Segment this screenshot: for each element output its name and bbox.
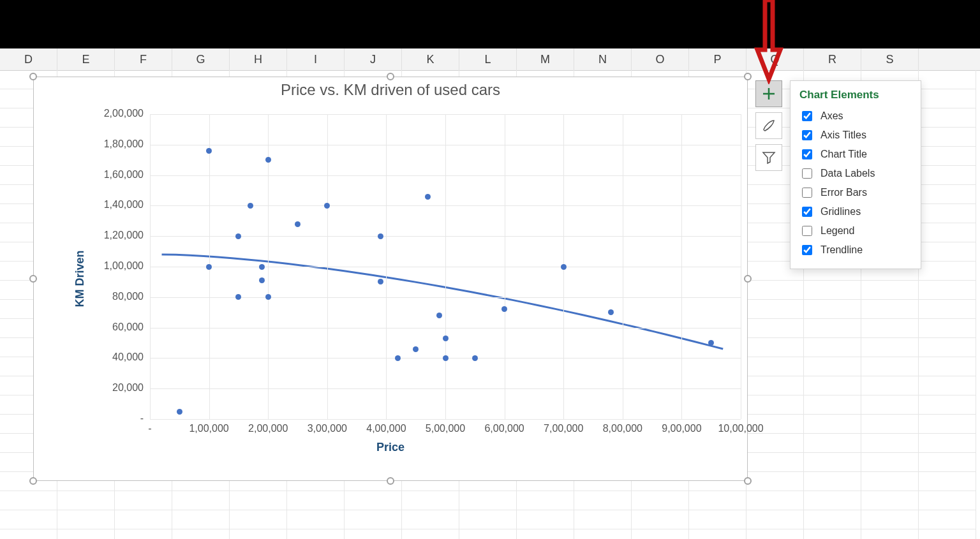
chart-elements-item-legend[interactable]: Legend bbox=[799, 221, 912, 240]
x-tick-label: 4,00,000 bbox=[354, 423, 418, 434]
column-header-S[interactable]: S bbox=[861, 48, 919, 70]
chart-elements-item-trendline[interactable]: Trendline bbox=[799, 240, 912, 260]
chart-elements-item-axis-titles[interactable]: Axis Titles bbox=[799, 126, 912, 145]
chart-elements-button[interactable] bbox=[755, 80, 782, 107]
chart-elements-item-label: Data Labels bbox=[820, 168, 875, 179]
data-point[interactable] bbox=[295, 221, 301, 227]
chart-elements-item-gridlines[interactable]: Gridlines bbox=[799, 202, 912, 221]
embedded-chart[interactable]: Price vs. KM driven of used cars KM Driv… bbox=[33, 77, 748, 481]
brush-icon bbox=[761, 118, 776, 133]
chart-elements-item-label: Error Bars bbox=[820, 187, 867, 198]
y-tick-label: 80,000 bbox=[67, 291, 144, 302]
data-point[interactable] bbox=[413, 346, 419, 352]
column-header-N[interactable]: N bbox=[574, 48, 632, 70]
data-point[interactable] bbox=[472, 355, 478, 361]
chart-elements-checkbox[interactable] bbox=[802, 149, 812, 159]
column-header-R[interactable]: R bbox=[804, 48, 861, 70]
chart-elements-checkbox[interactable] bbox=[802, 188, 812, 198]
x-tick-label: 8,00,000 bbox=[591, 423, 655, 434]
funnel-icon bbox=[762, 151, 776, 165]
y-tick-label: 1,00,000 bbox=[67, 260, 144, 272]
selection-handle-w[interactable] bbox=[29, 275, 37, 283]
data-point[interactable] bbox=[206, 148, 212, 154]
plus-icon bbox=[762, 87, 776, 101]
chart-elements-flyout: Chart Elements AxesAxis TitlesChart Titl… bbox=[790, 80, 921, 269]
x-tick-label: 2,00,000 bbox=[236, 423, 300, 434]
selection-handle-se[interactable] bbox=[744, 477, 752, 485]
column-header-L[interactable]: L bbox=[459, 48, 517, 70]
chart-elements-item-error-bars[interactable]: Error Bars bbox=[799, 183, 912, 202]
chart-elements-checkbox[interactable] bbox=[802, 130, 812, 140]
chart-elements-item-axes[interactable]: Axes bbox=[799, 107, 912, 126]
x-tick-label: 10,00,000 bbox=[709, 423, 773, 434]
selection-handle-ne[interactable] bbox=[744, 73, 752, 80]
plot-area[interactable] bbox=[150, 114, 741, 419]
data-point[interactable] bbox=[378, 279, 383, 284]
column-header-J[interactable]: J bbox=[345, 48, 402, 70]
y-tick-label: 2,00,000 bbox=[67, 108, 144, 119]
selection-handle-s[interactable] bbox=[387, 477, 394, 485]
chart-title[interactable]: Price vs. KM driven of used cars bbox=[34, 81, 747, 99]
x-tick-label: 9,00,000 bbox=[650, 423, 713, 434]
chart-filters-button[interactable] bbox=[755, 144, 782, 171]
column-header-H[interactable]: H bbox=[230, 48, 287, 70]
x-tick-label: 5,00,000 bbox=[413, 423, 477, 434]
column-header-P[interactable]: P bbox=[689, 48, 746, 70]
column-header-M[interactable]: M bbox=[517, 48, 574, 70]
x-tick-label: 6,00,000 bbox=[473, 423, 537, 434]
chart-elements-item-label: Trendline bbox=[820, 244, 863, 256]
x-tick-label: 3,00,000 bbox=[295, 423, 359, 434]
chart-elements-checkbox[interactable] bbox=[802, 245, 812, 255]
column-header-I[interactable]: I bbox=[287, 48, 345, 70]
y-tick-label: 60,000 bbox=[67, 321, 144, 333]
chart-elements-item-label: Chart Title bbox=[820, 149, 867, 160]
data-point[interactable] bbox=[443, 355, 449, 361]
top-black-bar bbox=[0, 0, 980, 48]
selection-handle-nw[interactable] bbox=[29, 73, 37, 80]
y-tick-label: 1,60,000 bbox=[67, 169, 144, 181]
data-point[interactable] bbox=[177, 409, 182, 415]
y-tick-label: 40,000 bbox=[67, 351, 144, 363]
column-header-O[interactable]: O bbox=[632, 48, 689, 70]
chart-elements-item-label: Legend bbox=[820, 225, 854, 237]
x-axis-title[interactable]: Price bbox=[34, 441, 747, 454]
data-point[interactable] bbox=[265, 157, 271, 163]
chart-elements-checkbox[interactable] bbox=[802, 226, 812, 236]
column-header-G[interactable]: G bbox=[172, 48, 230, 70]
screenshot-canvas: { "columns":["D","E","F","G","H","I","J"… bbox=[0, 0, 980, 539]
chart-elements-flyout-title: Chart Elements bbox=[799, 89, 912, 101]
data-point[interactable] bbox=[443, 336, 449, 341]
data-point[interactable] bbox=[265, 294, 271, 300]
data-point[interactable] bbox=[248, 203, 253, 209]
column-header-Q[interactable]: Q bbox=[746, 48, 804, 70]
x-tick-label: - bbox=[118, 423, 182, 434]
column-header-K[interactable]: K bbox=[402, 48, 459, 70]
chart-elements-item-label: Gridlines bbox=[820, 206, 861, 218]
column-header-F[interactable]: F bbox=[115, 48, 172, 70]
chart-elements-item-label: Axes bbox=[820, 110, 843, 122]
data-point[interactable] bbox=[425, 194, 431, 200]
chart-elements-item-chart-title[interactable]: Chart Title bbox=[799, 145, 912, 164]
chart-elements-checkbox[interactable] bbox=[802, 111, 812, 121]
y-tick-label: 1,40,000 bbox=[67, 199, 144, 210]
data-point[interactable] bbox=[561, 264, 567, 270]
data-point[interactable] bbox=[608, 309, 614, 315]
x-tick-label: 1,00,000 bbox=[177, 423, 241, 434]
column-header-E[interactable]: E bbox=[57, 48, 115, 70]
x-tick-label: 7,00,000 bbox=[531, 423, 595, 434]
y-tick-label: 1,20,000 bbox=[67, 230, 144, 241]
selection-handle-e[interactable] bbox=[744, 275, 752, 283]
data-point[interactable] bbox=[378, 233, 383, 239]
y-tick-label: 1,80,000 bbox=[67, 138, 144, 150]
y-tick-label: 20,000 bbox=[67, 382, 144, 394]
data-point[interactable] bbox=[206, 264, 212, 270]
chart-elements-checkbox[interactable] bbox=[802, 168, 812, 179]
chart-styles-button[interactable] bbox=[755, 112, 782, 139]
column-header-D[interactable]: D bbox=[0, 48, 57, 70]
selection-handle-sw[interactable] bbox=[29, 477, 37, 485]
chart-elements-item-label: Axis Titles bbox=[820, 129, 866, 141]
chart-elements-checkbox[interactable] bbox=[802, 207, 812, 217]
data-point[interactable] bbox=[259, 264, 265, 270]
selection-handle-n[interactable] bbox=[387, 73, 394, 80]
chart-elements-item-data-labels[interactable]: Data Labels bbox=[799, 164, 912, 183]
